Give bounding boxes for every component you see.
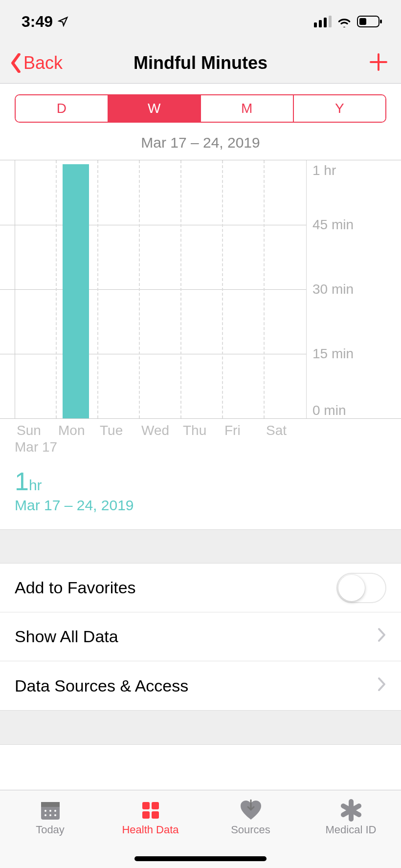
chart-xtick: Tue (100, 423, 123, 438)
row-label: Add to Favorites (15, 578, 136, 597)
chart-vgrid (97, 160, 98, 418)
tab-label: Health Data (122, 824, 178, 836)
svg-rect-1 (319, 20, 322, 27)
chart-vgrid (264, 160, 265, 418)
chart-summary: 1hr Mar 17 – 24, 2019 (0, 467, 401, 529)
chevron-right-icon (378, 676, 386, 695)
back-label: Back (23, 53, 63, 73)
chart-x-axis: Sun Mon Tue Wed Thu Fri Sat Mar 17 (0, 419, 401, 467)
chart-xtick: Sun (17, 423, 41, 438)
tab-medical-id[interactable]: Medical ID (301, 790, 401, 868)
chart-ytick: 1 hr (312, 163, 336, 178)
location-icon (58, 16, 68, 27)
row-show-all-data[interactable]: Show All Data (0, 612, 401, 661)
chart-xtick: Wed (141, 423, 169, 438)
summary-range: Mar 17 – 24, 2019 (15, 497, 386, 514)
asterisk-icon (340, 797, 362, 824)
chart-vgrid (222, 160, 223, 418)
chevron-left-icon (9, 53, 23, 73)
segment-week[interactable]: W (109, 95, 201, 122)
tab-today[interactable]: Today (0, 790, 100, 868)
content: D W M Y Mar 17 – 24, 2019 1 hr 45 min (0, 84, 401, 529)
chart-xtick: Sat (266, 423, 287, 438)
segment-year[interactable]: Y (294, 95, 386, 122)
svg-rect-6 (359, 18, 366, 25)
home-indicator (134, 856, 267, 861)
status-bar: 3:49 (0, 0, 401, 43)
range-segmented-control: D W M Y (15, 94, 386, 123)
wifi-icon (336, 16, 352, 27)
chart: 1 hr 45 min 30 min 15 min 0 min (0, 160, 401, 419)
chart-ytick: 30 min (312, 282, 354, 297)
svg-rect-8 (41, 802, 60, 807)
toggle-knob (338, 575, 365, 601)
svg-rect-17 (142, 811, 150, 819)
chart-y-axis: 1 hr 45 min 30 min 15 min 0 min (306, 160, 401, 418)
chart-date-range: Mar 17 – 24, 2019 (0, 134, 401, 151)
svg-rect-2 (324, 18, 327, 27)
svg-point-12 (45, 814, 46, 816)
chart-gridline (0, 289, 306, 290)
svg-rect-18 (152, 811, 159, 819)
svg-rect-0 (314, 22, 317, 27)
summary-value: 1hr (15, 467, 386, 496)
cellular-icon (314, 16, 332, 27)
section-spacer (0, 710, 401, 744)
plus-icon (369, 52, 388, 72)
chart-vgrid (180, 160, 181, 418)
chart-ytick: 0 min (312, 403, 346, 418)
summary-unit: hr (29, 477, 42, 493)
status-time-group: 3:49 (22, 13, 68, 31)
svg-point-10 (49, 810, 51, 812)
grid-icon (139, 797, 162, 824)
favorites-toggle[interactable] (336, 573, 386, 603)
svg-rect-5 (380, 20, 382, 23)
section-spacer (0, 529, 401, 564)
segment-day[interactable]: D (16, 95, 109, 122)
navigation-bar: Back Mindful Minutes (0, 43, 401, 84)
svg-point-11 (54, 810, 56, 812)
add-button[interactable] (369, 52, 388, 74)
back-button[interactable]: Back (0, 53, 63, 73)
segment-month[interactable]: M (201, 95, 294, 122)
tab-label: Medical ID (326, 824, 377, 836)
chart-gridline (0, 225, 306, 225)
calendar-icon (39, 797, 62, 824)
chart-bar-mon (63, 164, 89, 418)
row-label: Show All Data (15, 627, 118, 646)
svg-point-9 (45, 810, 46, 812)
svg-rect-3 (329, 16, 332, 27)
svg-point-14 (54, 814, 56, 816)
svg-rect-15 (142, 802, 150, 809)
chart-xtick: Mon (58, 423, 85, 438)
chart-gridline (0, 354, 306, 354)
row-label: Data Sources & Access (15, 676, 188, 695)
svg-point-13 (49, 814, 51, 816)
tab-label: Today (36, 824, 65, 836)
chevron-right-icon (378, 627, 386, 646)
chart-vgrid (56, 160, 57, 418)
chart-x-secondary: Mar 17 (15, 439, 57, 455)
svg-rect-16 (152, 802, 159, 809)
row-add-to-favorites[interactable]: Add to Favorites (0, 564, 401, 612)
status-time: 3:49 (22, 13, 53, 31)
chart-xtick: Thu (183, 423, 206, 438)
heart-download-icon (239, 797, 263, 824)
chart-vgrid (139, 160, 140, 418)
summary-number: 1 (15, 467, 29, 496)
chart-plot (0, 160, 306, 418)
battery-icon (357, 16, 383, 27)
status-indicators (314, 16, 383, 27)
chart-ytick: 45 min (312, 217, 354, 233)
chart-ytick: 15 min (312, 346, 354, 362)
row-data-sources[interactable]: Data Sources & Access (0, 661, 401, 710)
tab-label: Sources (231, 824, 270, 836)
settings-list: Add to Favorites Show All Data Data Sour… (0, 564, 401, 710)
chart-xtick: Fri (224, 423, 241, 438)
